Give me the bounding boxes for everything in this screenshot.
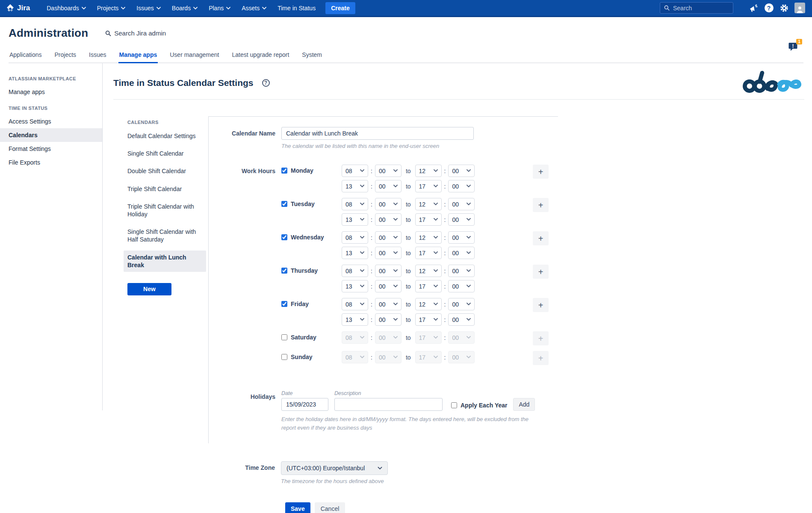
add-range-button[interactable]: + (533, 351, 549, 365)
time-select[interactable]: 00 (448, 280, 475, 292)
time-select[interactable]: 13 (342, 180, 368, 192)
time-select[interactable]: 00 (375, 231, 402, 244)
add-range-button[interactable]: + (533, 331, 549, 345)
new-calendar-button[interactable]: New (127, 283, 171, 295)
megaphone-icon[interactable] (747, 2, 760, 15)
sidebar-item-file-exports[interactable]: File Exports (0, 156, 102, 169)
time-select[interactable]: 00 (448, 247, 475, 259)
tab-issues[interactable]: Issues (88, 48, 107, 63)
checkbox[interactable] (281, 168, 287, 174)
time-select[interactable]: 00 (375, 298, 402, 310)
gear-icon[interactable] (778, 2, 791, 15)
add-holiday-button[interactable]: Add (513, 398, 535, 411)
add-range-button[interactable]: + (533, 231, 549, 245)
sidebar-item-calendars[interactable]: Calendars (0, 128, 102, 142)
time-select[interactable]: 00 (375, 213, 402, 226)
add-range-button[interactable]: + (533, 265, 549, 279)
day-checkbox-tuesday[interactable]: Tuesday (281, 198, 342, 207)
time-select[interactable]: 08 (342, 265, 368, 277)
day-checkbox-sunday[interactable]: Sunday (281, 351, 342, 360)
calendar-item[interactable]: Default Calendar Settings (124, 129, 206, 143)
time-select[interactable]: 08 (342, 165, 368, 177)
add-range-button[interactable]: + (533, 165, 549, 179)
section-help-icon[interactable]: ? (262, 79, 270, 87)
time-select[interactable]: 00 (448, 198, 475, 210)
cancel-button[interactable]: Cancel (315, 502, 345, 513)
time-select[interactable]: 00 (375, 280, 402, 292)
time-select[interactable]: 17 (415, 280, 442, 292)
time-select[interactable]: 00 (448, 298, 475, 310)
checkbox[interactable] (281, 354, 287, 360)
day-checkbox-wednesday[interactable]: Wednesday (281, 231, 342, 241)
time-select[interactable]: 00 (448, 231, 475, 244)
time-select[interactable]: 12 (415, 298, 442, 310)
time-select[interactable]: 00 (448, 165, 475, 177)
holiday-date-input[interactable] (281, 398, 328, 411)
checkbox[interactable] (281, 334, 287, 340)
nav-menu-boards[interactable]: Boards (166, 0, 203, 16)
create-button[interactable]: Create (325, 2, 355, 14)
calendar-item[interactable]: Single Shift Calendar (124, 147, 206, 160)
time-zone-select[interactable]: (UTC+03:00) Europe/Istanbul (281, 461, 388, 475)
add-range-button[interactable]: + (533, 198, 549, 212)
nav-menu-dashboards[interactable]: Dashboards (41, 0, 92, 16)
day-checkbox-monday[interactable]: Monday (281, 165, 342, 174)
admin-search[interactable]: Search Jira admin (105, 29, 166, 37)
user-avatar[interactable] (793, 2, 806, 15)
time-select[interactable]: 13 (342, 280, 368, 292)
save-button[interactable]: Save (285, 502, 310, 513)
time-select[interactable]: 13 (342, 247, 368, 259)
nav-menu-assets[interactable]: Assets (236, 0, 272, 16)
time-select[interactable]: 12 (415, 198, 442, 210)
sidebar-item-access-settings[interactable]: Access Settings (0, 115, 102, 128)
time-select[interactable]: 08 (342, 298, 368, 310)
time-select[interactable]: 00 (448, 265, 475, 277)
sidebar-item-format-settings[interactable]: Format Settings (0, 142, 102, 156)
sidebar-item-manage-apps[interactable]: Manage apps (0, 85, 102, 99)
time-select[interactable]: 00 (375, 265, 402, 277)
calendar-item[interactable]: Double Shift Calendar (124, 164, 206, 178)
add-range-button[interactable]: + (533, 298, 549, 312)
nav-menu-time-in-status[interactable]: Time in Status (272, 0, 321, 16)
checkbox[interactable] (281, 234, 287, 240)
time-select[interactable]: 00 (375, 313, 402, 326)
apply-each-year-checkbox[interactable]: Apply Each Year (451, 402, 507, 409)
day-checkbox-thursday[interactable]: Thursday (281, 265, 342, 274)
calendar-item[interactable]: Calendar with Lunch Break (124, 251, 206, 272)
checkbox[interactable] (281, 301, 287, 307)
help-icon[interactable]: ? (762, 2, 775, 15)
holiday-description-input[interactable] (334, 398, 443, 411)
time-select[interactable]: 08 (342, 198, 368, 210)
calendar-item[interactable]: Triple Shift Calendar with Holiday (124, 200, 206, 221)
time-select[interactable]: 12 (415, 265, 442, 277)
nav-menu-projects[interactable]: Projects (92, 0, 131, 16)
time-select[interactable]: 17 (415, 180, 442, 192)
time-select[interactable]: 00 (448, 313, 475, 326)
time-select[interactable]: 17 (415, 213, 442, 226)
tab-manage-apps[interactable]: Manage apps (118, 48, 158, 63)
tab-system[interactable]: System (301, 48, 323, 63)
time-select[interactable]: 13 (342, 313, 368, 326)
tab-projects[interactable]: Projects (54, 48, 77, 63)
tab-applications[interactable]: Applications (9, 48, 43, 63)
time-select[interactable]: 00 (448, 213, 475, 226)
tab-user-management[interactable]: User management (169, 48, 220, 63)
time-select[interactable]: 12 (415, 165, 442, 177)
nav-menu-plans[interactable]: Plans (203, 0, 236, 16)
time-select[interactable]: 17 (415, 313, 442, 326)
time-select[interactable]: 17 (415, 247, 442, 259)
checkbox[interactable] (281, 201, 287, 207)
day-checkbox-saturday[interactable]: Saturday (281, 331, 342, 341)
checkbox[interactable] (281, 268, 287, 274)
time-select[interactable]: 13 (342, 213, 368, 226)
time-select[interactable]: 08 (342, 231, 368, 244)
jira-logo[interactable]: Jira (6, 4, 30, 12)
notification-icon[interactable]: ! 1 (788, 42, 798, 53)
time-select[interactable]: 00 (375, 180, 402, 192)
nav-search-input[interactable]: Search (660, 2, 733, 14)
calendar-name-input[interactable] (281, 127, 474, 140)
calendar-item[interactable]: Single Shift Calendar with Half Saturday (124, 225, 206, 246)
time-select[interactable]: 00 (448, 180, 475, 192)
calendar-item[interactable]: Triple Shift Calendar (124, 182, 206, 196)
tab-latest-upgrade-report[interactable]: Latest upgrade report (231, 48, 290, 63)
